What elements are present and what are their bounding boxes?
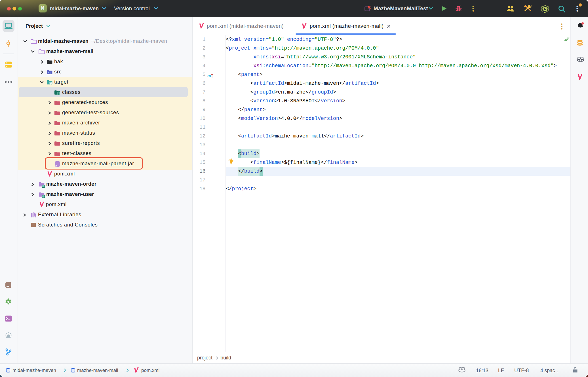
svg-text:m: m <box>207 73 211 78</box>
